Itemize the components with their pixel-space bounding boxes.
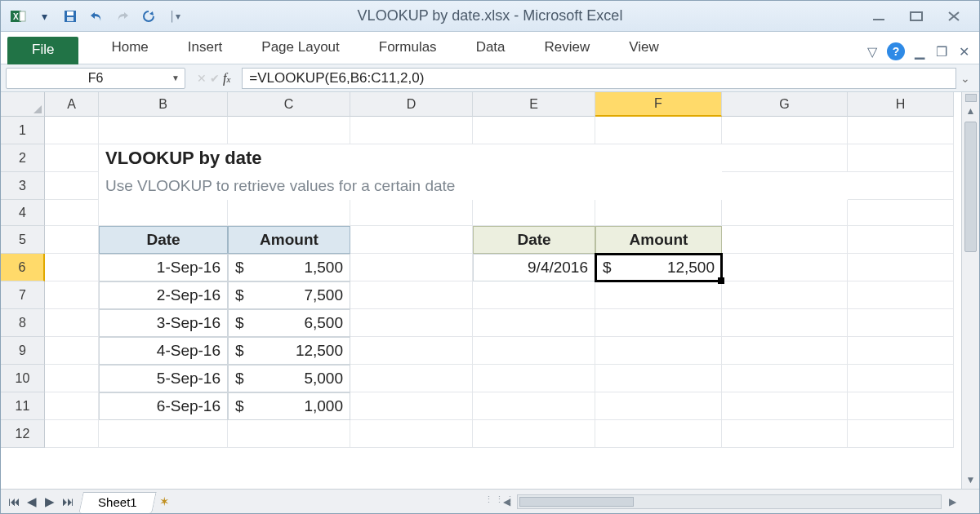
cell-A8[interactable] <box>45 309 99 337</box>
cell-A10[interactable] <box>45 365 99 392</box>
table1-date-6[interactable]: 6-Sep-16 <box>99 392 228 420</box>
excel-icon[interactable]: X <box>6 6 30 27</box>
cell-D1[interactable] <box>350 117 473 144</box>
sheet-nav-prev-icon[interactable]: ◀ <box>24 494 40 509</box>
formula-expand-icon[interactable]: ⌄ <box>956 72 974 85</box>
cell-A3[interactable] <box>45 172 99 200</box>
cell-H6[interactable] <box>848 254 954 281</box>
sheet-tab[interactable]: Sheet1 <box>78 492 156 513</box>
cell-C1[interactable] <box>228 117 350 144</box>
split-handle[interactable] <box>965 94 977 102</box>
cell-H5[interactable] <box>848 226 954 254</box>
formula-input[interactable] <box>242 68 956 89</box>
tab-formulas[interactable]: Formulas <box>359 33 457 64</box>
cell-E7[interactable] <box>473 281 595 309</box>
cells-area[interactable]: VLOOKUP by dateUse VLOOKUP to retrieve v… <box>45 117 961 489</box>
cell-H12[interactable] <box>848 420 954 448</box>
table1-amount-3[interactable]: $6,500 <box>228 309 350 337</box>
minimize-button[interactable] <box>865 7 893 25</box>
cell-E10[interactable] <box>473 365 595 392</box>
table1-date-2[interactable]: 2-Sep-16 <box>99 281 228 309</box>
cell-D6[interactable] <box>350 254 473 281</box>
cell-G7[interactable] <box>722 281 848 309</box>
help-icon[interactable]: ? <box>887 42 905 60</box>
cell-C4[interactable] <box>228 200 350 226</box>
tab-insert[interactable]: Insert <box>168 33 243 64</box>
cell-B4[interactable] <box>99 200 228 226</box>
cell-D5[interactable] <box>350 226 473 254</box>
vscroll-thumb[interactable] <box>964 122 977 252</box>
cell-A9[interactable] <box>45 337 99 365</box>
cell-H9[interactable] <box>848 337 954 365</box>
cell-F12[interactable] <box>595 420 722 448</box>
cell-H7[interactable] <box>848 281 954 309</box>
file-tab[interactable]: File <box>7 37 78 64</box>
hscroll-right-icon[interactable]: ▶ <box>945 496 960 507</box>
cell-G11[interactable] <box>722 392 848 420</box>
cell-A7[interactable] <box>45 281 99 309</box>
cell-D4[interactable] <box>350 200 473 226</box>
tab-page-layout[interactable]: Page Layout <box>242 33 359 64</box>
cell-E8[interactable] <box>473 309 595 337</box>
lookup-date[interactable]: 9/4/2016 <box>473 254 595 281</box>
worksheet-grid[interactable]: ABCDEFGH123456789101112VLOOKUP by dateUs… <box>1 92 979 489</box>
vertical-scrollbar[interactable]: ▲▼ <box>961 92 979 489</box>
cell-A6[interactable] <box>45 254 99 281</box>
qat-dropdown-icon[interactable]: ▾ <box>32 6 56 27</box>
column-header-C[interactable]: C <box>228 92 350 117</box>
column-header-G[interactable]: G <box>722 92 848 117</box>
cell-D8[interactable] <box>350 309 473 337</box>
table1-date-5[interactable]: 5-Sep-16 <box>99 365 228 392</box>
vscroll-up-icon[interactable]: ▲ <box>962 102 979 120</box>
cell-G5[interactable] <box>722 226 848 254</box>
cell-E4[interactable] <box>473 200 595 226</box>
row-header-3[interactable]: 3 <box>1 172 45 200</box>
row-header-7[interactable]: 7 <box>1 281 45 309</box>
redo-icon[interactable] <box>110 6 135 27</box>
row-header-1[interactable]: 1 <box>1 117 45 144</box>
close-button[interactable] <box>940 7 968 25</box>
cell-F11[interactable] <box>595 392 722 420</box>
refresh-icon[interactable] <box>136 6 161 27</box>
new-sheet-icon[interactable]: ✶ <box>159 494 170 509</box>
table1-date-3[interactable]: 3-Sep-16 <box>99 309 228 337</box>
ribbon-collapse-icon[interactable]: ▽ <box>866 44 879 60</box>
cell-F4[interactable] <box>595 200 722 226</box>
cell-H8[interactable] <box>848 309 954 337</box>
cell-H11[interactable] <box>848 392 954 420</box>
cell-H10[interactable] <box>848 365 954 392</box>
row-header-2[interactable]: 2 <box>1 144 45 172</box>
cell-E1[interactable] <box>473 117 595 144</box>
cell-F7[interactable] <box>595 281 722 309</box>
table1-amount-6[interactable]: $1,000 <box>228 392 350 420</box>
cell-A2[interactable] <box>45 144 99 172</box>
row-header-11[interactable]: 11 <box>1 392 45 420</box>
cell-G10[interactable] <box>722 365 848 392</box>
cell-B1[interactable] <box>99 117 228 144</box>
doc-minimize-icon[interactable]: ▁ <box>913 44 926 60</box>
cell-D11[interactable] <box>350 392 473 420</box>
row-header-10[interactable]: 10 <box>1 365 45 392</box>
undo-icon[interactable] <box>84 6 109 27</box>
lookup-amount-active-cell[interactable]: $12,500 <box>595 254 722 281</box>
sheet-nav-first-icon[interactable]: ⏮ <box>6 494 22 509</box>
table1-date-4[interactable]: 4-Sep-16 <box>99 337 228 365</box>
tab-split-grip[interactable]: ⋮⋮⋮ <box>484 494 516 505</box>
cell-D10[interactable] <box>350 365 473 392</box>
fx-icon[interactable]: fx <box>223 71 230 86</box>
table1-amount-4[interactable]: $12,500 <box>228 337 350 365</box>
horizontal-scrollbar[interactable]: ◀ ▶ <box>499 494 979 510</box>
vscroll-track[interactable] <box>962 120 979 471</box>
row-header-9[interactable]: 9 <box>1 337 45 365</box>
column-header-E[interactable]: E <box>473 92 595 117</box>
cell-F10[interactable] <box>595 365 722 392</box>
cell-H3[interactable] <box>848 172 954 200</box>
cell-F8[interactable] <box>595 309 722 337</box>
column-header-B[interactable]: B <box>99 92 228 117</box>
select-all-corner[interactable] <box>1 92 45 117</box>
cell-E9[interactable] <box>473 337 595 365</box>
cell-G8[interactable] <box>722 309 848 337</box>
tab-view[interactable]: View <box>609 33 679 64</box>
column-header-A[interactable]: A <box>45 92 99 117</box>
row-header-12[interactable]: 12 <box>1 420 45 448</box>
